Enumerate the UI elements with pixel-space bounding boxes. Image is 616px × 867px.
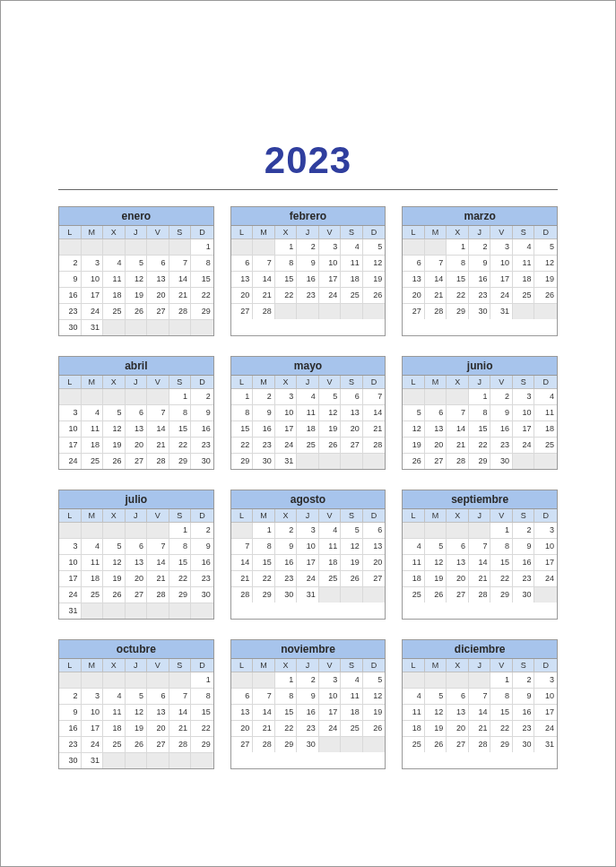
day-cell: 31 xyxy=(534,737,557,752)
week-row: 20212223242526 xyxy=(403,288,557,304)
day-cell: 9 xyxy=(297,689,319,705)
day-cell: 23 xyxy=(469,288,491,304)
day-cell: 16 xyxy=(490,421,513,438)
day-cell: 12 xyxy=(126,272,148,288)
month-card: agostoLMXJVSD123456789101112131415161718… xyxy=(230,490,386,620)
day-cell: 18 xyxy=(297,421,319,438)
year-rule xyxy=(58,189,558,190)
day-cell: 6 xyxy=(425,405,447,421)
dow-cell: L xyxy=(403,509,425,523)
day-cell xyxy=(425,672,447,689)
day-cell xyxy=(253,239,275,256)
week-row: 45678910 xyxy=(403,539,557,555)
day-cell xyxy=(103,672,126,689)
day-cell xyxy=(59,239,82,256)
month-name: febrero xyxy=(231,207,386,226)
dow-cell: X xyxy=(275,659,298,672)
day-cell xyxy=(319,587,342,603)
day-cell: 20 xyxy=(425,438,447,454)
day-cell: 29 xyxy=(169,587,192,603)
day-cell: 3 xyxy=(490,239,513,256)
day-cell: 25 xyxy=(403,587,425,603)
day-cell xyxy=(425,389,447,405)
day-cell: 12 xyxy=(425,555,447,571)
day-cell: 5 xyxy=(319,389,342,405)
day-cell: 23 xyxy=(191,571,213,587)
day-cell: 25 xyxy=(513,288,535,304)
week-row: 3031 xyxy=(59,753,213,768)
day-cell: 5 xyxy=(534,239,557,256)
day-cell: 1 xyxy=(169,523,192,539)
day-cell: 24 xyxy=(319,721,342,737)
day-cell: 2 xyxy=(297,239,319,256)
day-cell: 20 xyxy=(147,721,169,737)
dow-cell: S xyxy=(341,659,363,672)
day-cell xyxy=(169,320,192,335)
day-cell: 13 xyxy=(147,272,169,288)
year-block: 2023 xyxy=(26,139,590,190)
day-cell xyxy=(403,672,425,689)
day-cell: 30 xyxy=(253,454,275,469)
week-row: 3456789 xyxy=(59,405,213,421)
dow-cell: X xyxy=(447,376,469,389)
day-cell: 23 xyxy=(59,304,82,320)
day-cell xyxy=(147,320,169,335)
day-cell: 19 xyxy=(363,272,386,288)
dow-cell: J xyxy=(297,226,319,239)
dow-cell: L xyxy=(231,509,254,523)
dow-cell: L xyxy=(231,659,254,672)
dow-cell: D xyxy=(534,509,557,523)
day-cell xyxy=(147,753,169,768)
day-cell xyxy=(341,587,363,603)
day-cell: 21 xyxy=(231,571,254,587)
day-cell: 6 xyxy=(231,689,254,705)
day-cell: 8 xyxy=(169,539,192,555)
day-cell: 4 xyxy=(513,239,535,256)
day-cell: 2 xyxy=(297,672,319,689)
week-row: 19202122232425 xyxy=(403,438,557,454)
day-cell: 5 xyxy=(126,256,148,272)
day-cell: 5 xyxy=(363,239,386,256)
day-cell: 1 xyxy=(447,239,469,256)
day-cell: 27 xyxy=(341,438,363,454)
day-cell xyxy=(319,737,342,752)
dow-cell: L xyxy=(231,376,254,389)
week-row: 12345 xyxy=(231,239,386,256)
dow-cell: J xyxy=(126,226,148,239)
day-cell: 3 xyxy=(82,256,104,272)
week-row: 13141516171819 xyxy=(403,272,557,288)
day-cell xyxy=(341,737,363,752)
day-cell: 5 xyxy=(103,539,126,555)
day-cell: 1 xyxy=(469,389,491,405)
day-cell xyxy=(126,672,148,689)
day-cell: 29 xyxy=(490,737,513,752)
day-cell: 27 xyxy=(231,737,254,752)
day-cell: 3 xyxy=(534,523,557,539)
day-cell xyxy=(126,239,148,256)
day-cell: 21 xyxy=(169,721,192,737)
day-cell: 22 xyxy=(169,438,192,454)
day-cell: 30 xyxy=(275,587,298,603)
dow-cell: M xyxy=(82,659,104,672)
day-cell: 17 xyxy=(534,555,557,571)
day-cell: 17 xyxy=(513,421,535,438)
day-cell: 9 xyxy=(59,705,82,721)
dow-cell: S xyxy=(169,376,192,389)
week-row: 15161718192021 xyxy=(231,421,386,438)
day-cell xyxy=(341,454,363,469)
dow-cell: S xyxy=(169,659,192,672)
day-cell: 11 xyxy=(82,421,104,438)
dow-cell: J xyxy=(469,659,491,672)
day-cell: 2 xyxy=(513,672,535,689)
week-row: 9101112131415 xyxy=(59,272,213,288)
day-cell: 1 xyxy=(191,672,213,689)
day-cell: 1 xyxy=(275,239,298,256)
dow-cell: S xyxy=(513,226,535,239)
day-cell: 28 xyxy=(169,737,192,753)
dow-cell: L xyxy=(231,226,254,239)
dow-cell: M xyxy=(82,226,104,239)
day-cell: 28 xyxy=(253,304,275,319)
day-cell: 21 xyxy=(253,288,275,304)
day-cell xyxy=(103,603,126,619)
week-row: 24252627282930 xyxy=(59,587,213,603)
